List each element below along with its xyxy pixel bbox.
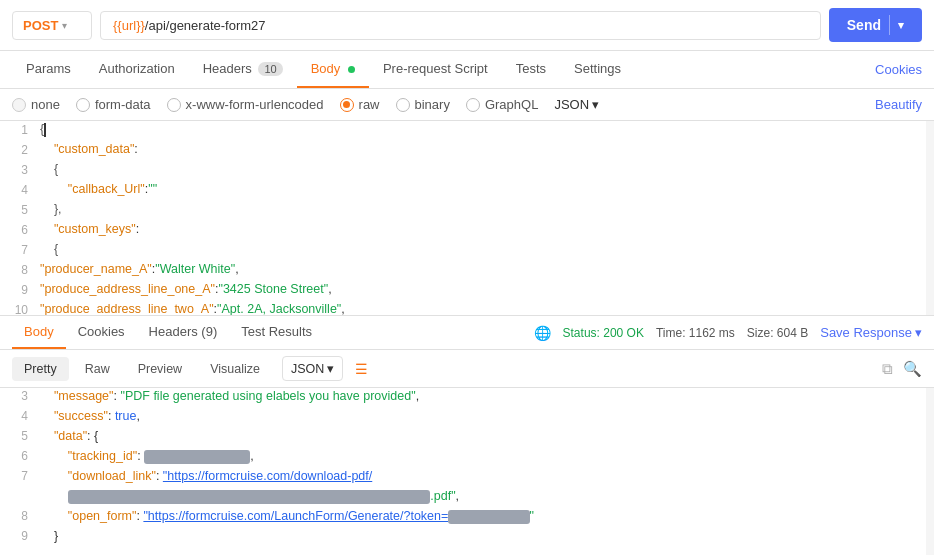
url-bar[interactable]: {{url}}/api/generate-form27 [100, 11, 821, 40]
code-line: 2 "custom_data": [0, 141, 934, 161]
radio-urlencoded-circle [167, 98, 181, 112]
response-code-area[interactable]: 3 "message": "PDF file generated using e… [0, 388, 934, 555]
resp-code-line: 9 } [0, 528, 934, 548]
resp-code-line: 8 "open_form": "https://formcruise.com/L… [0, 508, 934, 528]
code-line: 10 "produce_address_line_two_A":"Apt. 2A… [0, 301, 934, 316]
code-line: 6 "custom_keys": [0, 221, 934, 241]
response-json-selector[interactable]: JSON ▾ [282, 356, 343, 381]
copy-icon[interactable]: ⧉ [882, 360, 893, 378]
option-binary[interactable]: binary [396, 97, 450, 112]
code-line: 8 "producer_name_A":"Walter White", [0, 261, 934, 281]
tab-authorization[interactable]: Authorization [85, 51, 189, 88]
status-time: Time: 1162 ms [656, 326, 735, 340]
json-format-selector[interactable]: JSON ▾ [554, 97, 599, 112]
code-line: 5 }, [0, 201, 934, 221]
fmt-raw[interactable]: Raw [73, 357, 122, 381]
status-ok: Status: 200 OK [563, 326, 644, 340]
globe-icon: 🌐 [534, 325, 551, 341]
top-bar: POST ▾ {{url}}/api/generate-form27 Send … [0, 0, 934, 51]
nav-tabs: Params Authorization Headers 10 Body Pre… [0, 51, 934, 89]
code-line: 7 { [0, 241, 934, 261]
fmt-preview[interactable]: Preview [126, 357, 194, 381]
tab-pre-request[interactable]: Pre-request Script [369, 51, 502, 88]
fmt-visualize[interactable]: Visualize [198, 357, 272, 381]
search-icon[interactable]: 🔍 [903, 360, 922, 378]
request-code-area[interactable]: 1 { 2 "custom_data": 3 { 4 "callback_Url… [0, 121, 934, 316]
radio-binary-circle [396, 98, 410, 112]
resp-code-line: 6 "tracking_id": xxxxxxxxxxxxxxxxx, [0, 448, 934, 468]
resp-tab-headers[interactable]: Headers (9) [137, 316, 230, 349]
tab-body[interactable]: Body [297, 51, 369, 88]
send-label: Send [847, 17, 881, 33]
radio-raw-circle [340, 98, 354, 112]
code-line: 4 "callback_Url":"" [0, 181, 934, 201]
radio-none-circle [12, 98, 26, 112]
resp-tab-body[interactable]: Body [12, 316, 66, 349]
tab-params[interactable]: Params [12, 51, 85, 88]
response-nav: Body Cookies Headers (9) Test Results 🌐 … [0, 316, 934, 350]
option-graphql[interactable]: GraphQL [466, 97, 538, 112]
save-response-chevron-icon: ▾ [915, 325, 922, 340]
send-button[interactable]: Send ▾ [829, 8, 922, 42]
option-form-data[interactable]: form-data [76, 97, 151, 112]
resp-code-line: 4 "success": true, [0, 408, 934, 428]
resp-code-line: 3 "message": "PDF file generated using e… [0, 388, 934, 408]
scrollbar-right[interactable] [926, 121, 934, 315]
radio-form-data-circle [76, 98, 90, 112]
code-line: 3 { [0, 161, 934, 181]
resp-code-line: 7 "download_link": "https://formcruise.c… [0, 468, 934, 488]
url-var: {{url}} [113, 18, 145, 33]
method-selector[interactable]: POST ▾ [12, 11, 92, 40]
option-none[interactable]: none [12, 97, 60, 112]
fmt-pretty[interactable]: Pretty [12, 357, 69, 381]
send-divider [889, 15, 890, 35]
resp-code-line: 7 xxxxxxxxxxxxxxxxxxxxxxxxxxxxxxxxxxxxxx… [0, 488, 934, 508]
format-bar: Pretty Raw Preview Visualize JSON ▾ ☰ ⧉ … [0, 350, 934, 388]
method-label: POST [23, 18, 58, 33]
method-chevron-icon: ▾ [62, 20, 67, 31]
code-line: 9 "produce_address_line_one_A":"3425 Sto… [0, 281, 934, 301]
option-urlencoded[interactable]: x-www-form-urlencoded [167, 97, 324, 112]
cookies-link[interactable]: Cookies [875, 62, 922, 77]
body-options-row: none form-data x-www-form-urlencoded raw… [0, 89, 934, 121]
resp-json-chevron-icon: ▾ [327, 361, 334, 376]
tab-settings[interactable]: Settings [560, 51, 635, 88]
beautify-button[interactable]: Beautify [875, 97, 922, 112]
tab-headers[interactable]: Headers 10 [189, 51, 297, 88]
resp-code-line: 5 "data": { [0, 428, 934, 448]
save-response-button[interactable]: Save Response ▾ [820, 325, 922, 340]
json-chevron-icon: ▾ [592, 97, 599, 112]
code-line: 1 { [0, 121, 934, 141]
radio-graphql-circle [466, 98, 480, 112]
send-chevron-icon: ▾ [898, 19, 904, 32]
resp-tab-cookies[interactable]: Cookies [66, 316, 137, 349]
filter-icon[interactable]: ☰ [355, 361, 368, 377]
option-raw[interactable]: raw [340, 97, 380, 112]
resp-tab-test-results[interactable]: Test Results [229, 316, 324, 349]
tab-tests[interactable]: Tests [502, 51, 560, 88]
url-path: /api/generate-form27 [145, 18, 266, 33]
response-scrollbar-right[interactable] [926, 388, 934, 555]
response-status: 🌐 Status: 200 OK Time: 1162 ms Size: 604… [534, 325, 922, 341]
status-size: Size: 604 B [747, 326, 808, 340]
